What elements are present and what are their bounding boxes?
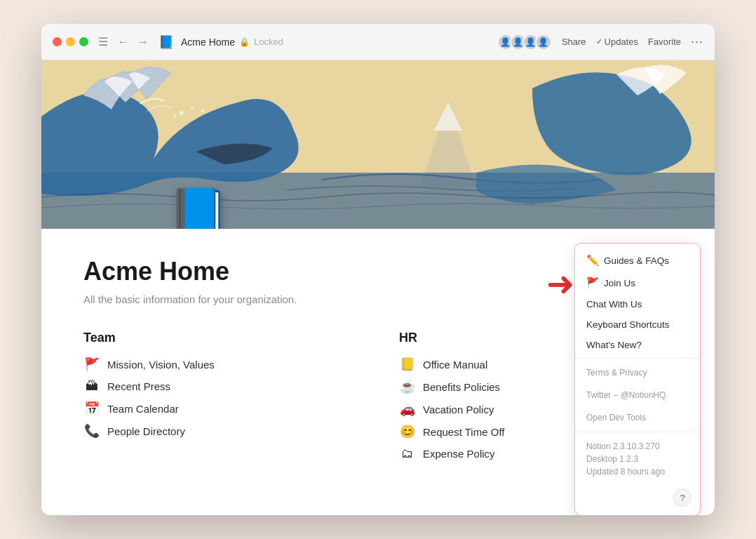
page-title-bar: Acme Home 🔒 Locked xyxy=(181,36,283,48)
updates-button[interactable]: ✓ Updates xyxy=(596,36,638,47)
dropdown-item-shortcuts[interactable]: Keyboard Shortcuts xyxy=(575,314,700,335)
item-label: People Directory xyxy=(107,425,185,437)
dropdown-divider xyxy=(575,358,700,359)
dropdown-item-label: Keyboard Shortcuts xyxy=(586,319,670,330)
nav-arrows: ← → xyxy=(115,34,151,50)
item-icon: 😊 xyxy=(399,424,416,439)
dropdown-item-terms[interactable]: Terms & Privacy xyxy=(575,361,700,384)
item-icon: 🗂 xyxy=(399,446,416,461)
close-button[interactable] xyxy=(53,37,62,46)
dropdown-item-whats-new[interactable]: What's New? xyxy=(575,335,700,355)
back-button[interactable]: ← xyxy=(115,34,132,50)
lock-icon: 🔒 xyxy=(239,37,250,47)
item-icon: 🏔 xyxy=(83,379,100,394)
item-label: Vacation Policy xyxy=(423,404,494,415)
version-info: Notion 2.3.10.3.270Desktop 1.2.3Updated … xyxy=(586,440,665,478)
content-area: 📘 ➜ Acme Home All the basic information … xyxy=(41,60,715,515)
item-icon: 📒 xyxy=(399,357,416,372)
list-item[interactable]: 🚩 Mission, Vision, Values xyxy=(83,357,357,372)
item-icon: ☕ xyxy=(399,379,416,394)
dropdown-divider-2 xyxy=(575,432,700,432)
item-icon: 📅 xyxy=(83,401,100,416)
more-button[interactable]: ··· xyxy=(691,34,703,49)
joinus-icon: 🚩 xyxy=(586,277,600,289)
share-button[interactable]: Share xyxy=(562,36,586,47)
dropdown-item-label: What's New? xyxy=(586,340,642,350)
traffic-lights xyxy=(53,37,88,46)
dropdown-item-chat[interactable]: Chat With Us xyxy=(575,294,700,314)
item-label: Office Manual xyxy=(423,359,487,371)
item-icon: 🚗 xyxy=(399,401,416,417)
minimize-button[interactable] xyxy=(66,37,75,46)
avatars: 👤 👤 👤 👤 xyxy=(497,34,552,51)
dropdown-item-guides[interactable]: ✏️ Guides & FAQs xyxy=(575,249,700,272)
app-window: ☰ ← → 📘 Acme Home 🔒 Locked 👤 👤 👤 👤 Share… xyxy=(41,24,715,515)
dropdown-item-label: Chat With Us xyxy=(586,299,642,310)
item-label: Benefits Policies xyxy=(423,381,500,393)
main-content: ➜ Acme Home All the basic information fo… xyxy=(41,229,715,489)
item-icon: 📞 xyxy=(83,423,100,439)
sidebar-toggle-icon[interactable]: ☰ xyxy=(98,35,108,48)
forward-button[interactable]: → xyxy=(135,34,151,50)
dropdown-item-label: Terms & Privacy xyxy=(586,366,647,379)
dropdown-item-label: Join Us xyxy=(604,278,635,288)
dropdown-item-twitter[interactable]: Twitter – @NotionHQ xyxy=(575,384,700,406)
team-items-list: 🚩 Mission, Vision, Values 🏔 Recent Press… xyxy=(83,357,357,439)
svg-point-7 xyxy=(201,109,204,112)
item-label: Expense Policy xyxy=(423,448,495,460)
book-icon: 📘 xyxy=(168,185,229,229)
locked-label: Locked xyxy=(254,36,283,47)
page-icon: 📘 xyxy=(158,34,174,50)
dropdown-footer: ? xyxy=(575,483,700,510)
guides-icon: ✏️ xyxy=(586,254,600,267)
avatar-4: 👤 xyxy=(535,34,552,51)
dropdown-item-label: Open Dev Tools xyxy=(586,411,646,424)
page-title: Acme Home xyxy=(181,36,235,48)
item-label: Team Calendar xyxy=(107,403,179,415)
svg-point-4 xyxy=(180,111,184,115)
list-item[interactable]: 📞 People Directory xyxy=(83,423,357,439)
dropdown-item-devtools[interactable]: Open Dev Tools xyxy=(575,406,700,429)
svg-point-5 xyxy=(191,107,194,109)
list-item[interactable]: 🏔 Recent Press xyxy=(83,379,357,394)
dropdown-item-version: Notion 2.3.10.3.270Desktop 1.2.3Updated … xyxy=(575,435,700,483)
dropdown-item-join[interactable]: 🚩 Join Us xyxy=(575,272,700,294)
team-section: Team 🚩 Mission, Vision, Values 🏔 Recent … xyxy=(83,331,357,461)
dropdown-item-label: Twitter – @NotionHQ xyxy=(586,389,666,401)
item-label: Request Time Off xyxy=(423,426,504,438)
dropdown-item-label: Guides & FAQs xyxy=(604,255,669,266)
dropdown-panel: ✏️ Guides & FAQs 🚩 Join Us Chat With Us … xyxy=(574,243,701,515)
svg-point-6 xyxy=(173,115,176,118)
help-button[interactable]: ? xyxy=(673,488,691,507)
titlebar-right: 👤 👤 👤 👤 Share ✓ Updates Favorite ··· xyxy=(497,34,703,51)
pointing-arrow: ➜ xyxy=(546,264,574,303)
item-icon: 🚩 xyxy=(83,357,100,372)
item-label: Recent Press xyxy=(107,380,170,392)
favorite-button[interactable]: Favorite xyxy=(648,36,681,47)
list-item[interactable]: 📅 Team Calendar xyxy=(83,401,357,416)
team-section-title: Team xyxy=(83,331,357,345)
titlebar: ☰ ← → 📘 Acme Home 🔒 Locked 👤 👤 👤 👤 Share… xyxy=(41,24,715,60)
item-label: Mission, Vision, Values xyxy=(107,359,215,371)
hero-banner: 📘 xyxy=(41,60,715,229)
fullscreen-button[interactable] xyxy=(79,37,88,46)
